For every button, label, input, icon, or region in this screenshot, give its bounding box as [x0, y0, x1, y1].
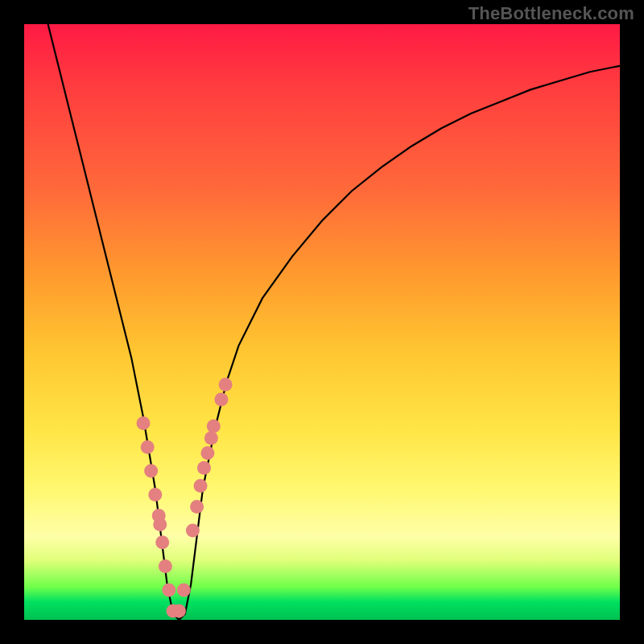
- sample-point: [177, 584, 191, 597]
- sample-point: [214, 393, 228, 407]
- sample-point: [148, 488, 162, 502]
- sample-point: [219, 378, 233, 391]
- sample-point: [155, 535, 169, 549]
- sample-point: [152, 509, 166, 522]
- sample-point: [144, 464, 158, 478]
- watermark-text: TheBottleneck.com: [469, 3, 634, 24]
- sample-point: [172, 604, 186, 617]
- sample-point: [137, 416, 151, 430]
- chart-overlay: [24, 24, 620, 620]
- sample-point: [162, 584, 175, 597]
- sample-point: [159, 559, 172, 573]
- sample-point: [190, 500, 204, 514]
- chart-frame: TheBottleneck.com: [0, 0, 644, 644]
- sample-point: [186, 524, 200, 538]
- bottleneck-curve: [48, 24, 620, 620]
- sample-point: [207, 419, 221, 433]
- sample-point: [200, 446, 214, 460]
- sample-point: [197, 461, 211, 475]
- sample-point: [204, 431, 218, 445]
- sample-point: [141, 440, 155, 454]
- sample-point: [194, 479, 208, 493]
